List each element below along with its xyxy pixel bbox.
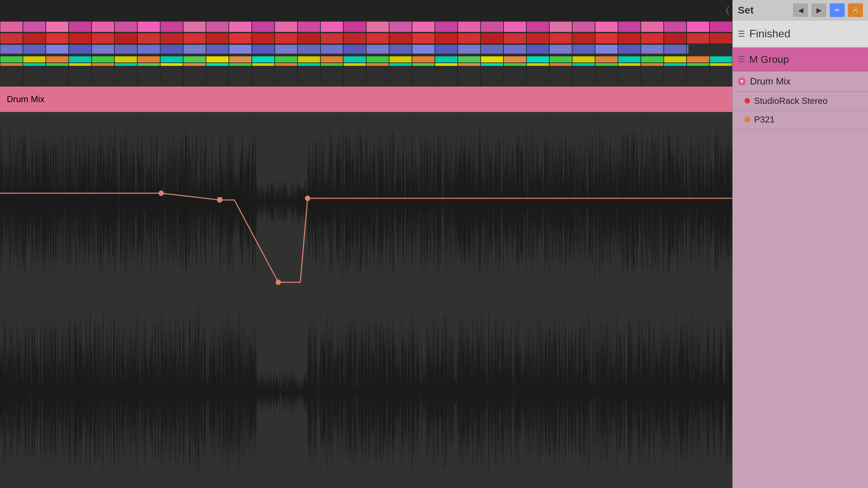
waveform-canvas bbox=[0, 112, 732, 488]
finished-menu-icon[interactable]: ☰ bbox=[738, 29, 745, 39]
drum-mix-right-label: Drum Mix bbox=[750, 76, 791, 87]
studio-rack-row[interactable]: StudioRack Stereo bbox=[733, 92, 868, 110]
panel-set-title: Set bbox=[738, 4, 754, 16]
p321-row[interactable]: P321 bbox=[733, 110, 868, 129]
track-area: 〈 Drum Mix bbox=[0, 0, 732, 488]
panel-empty-area bbox=[733, 129, 868, 488]
nav-forward-button[interactable]: ▶ bbox=[811, 3, 826, 17]
colored-tracks bbox=[0, 20, 732, 87]
p321-label: P321 bbox=[754, 114, 775, 125]
drum-mix-right-row[interactable]: ▼ Drum Mix bbox=[733, 71, 868, 92]
nav-forward-icon: ▶ bbox=[816, 6, 822, 14]
m-group-row[interactable]: ☰ M Group bbox=[733, 48, 868, 71]
collapse-arrow-icon[interactable]: 〈 bbox=[726, 4, 729, 16]
pencil-tool-button[interactable]: ✏ bbox=[830, 3, 845, 17]
waveform-area bbox=[0, 112, 732, 488]
m-group-label: M Group bbox=[749, 54, 789, 65]
colored-tracks-canvas bbox=[0, 20, 732, 87]
lock-tool-button[interactable]: 🔒 bbox=[848, 3, 863, 17]
timeline-ruler: 〈 bbox=[0, 0, 732, 20]
lock-icon: 🔒 bbox=[852, 6, 859, 14]
studio-rack-dot bbox=[745, 98, 750, 104]
finished-row: ☰ Finished bbox=[733, 20, 868, 48]
nav-back-button[interactable]: ◀ bbox=[793, 3, 808, 17]
drum-mix-track-label: Drum Mix bbox=[7, 94, 44, 105]
m-group-menu-icon[interactable]: ☰ bbox=[738, 55, 745, 64]
nav-back-icon: ◀ bbox=[798, 6, 803, 14]
pencil-icon: ✏ bbox=[835, 6, 840, 14]
finished-label: Finished bbox=[749, 27, 790, 40]
drum-mix-track: Drum Mix bbox=[0, 87, 732, 112]
p321-dot bbox=[745, 117, 750, 122]
main-container: 〈 Drum Mix Set ◀ ▶ ✏ bbox=[0, 0, 868, 488]
drum-mix-dropdown-icon[interactable]: ▼ bbox=[738, 77, 746, 86]
right-panel: Set ◀ ▶ ✏ 🔒 ☰ Finished ☰ M Group bbox=[732, 0, 868, 488]
panel-header: Set ◀ ▶ ✏ 🔒 bbox=[733, 0, 868, 20]
studio-rack-label: StudioRack Stereo bbox=[754, 96, 828, 106]
